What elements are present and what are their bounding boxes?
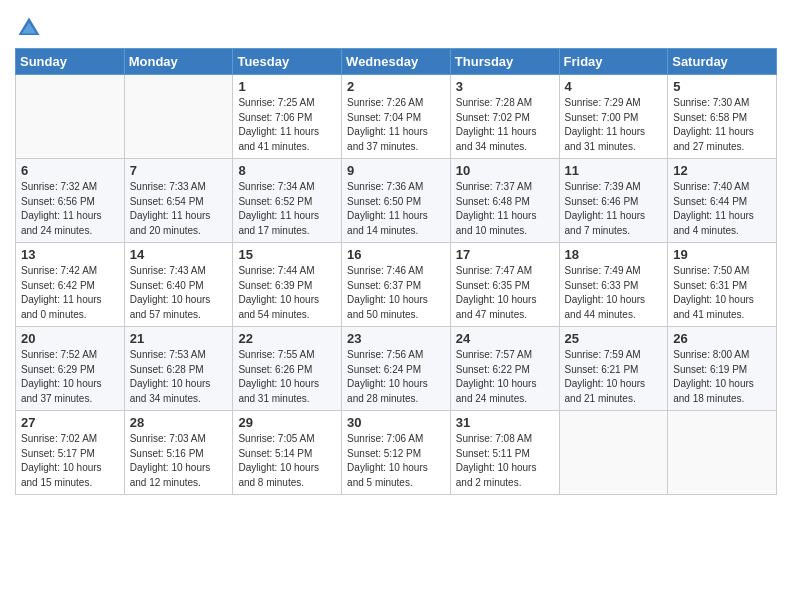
sunrise-text: Sunrise: 7:43 AM	[130, 264, 228, 279]
day-number: 9	[347, 163, 445, 178]
calendar-day-18: 18Sunrise: 7:49 AMSunset: 6:33 PMDayligh…	[559, 243, 668, 327]
day-info: Sunrise: 7:46 AMSunset: 6:37 PMDaylight:…	[347, 264, 445, 322]
sunrise-text: Sunrise: 7:57 AM	[456, 348, 554, 363]
day-number: 15	[238, 247, 336, 262]
sunset-text: Sunset: 5:14 PM	[238, 447, 336, 462]
daylight-text: Daylight: 11 hours and 24 minutes.	[21, 209, 119, 238]
day-info: Sunrise: 7:06 AMSunset: 5:12 PMDaylight:…	[347, 432, 445, 490]
sunset-text: Sunset: 6:58 PM	[673, 111, 771, 126]
daylight-text: Daylight: 10 hours and 15 minutes.	[21, 461, 119, 490]
sunset-text: Sunset: 7:02 PM	[456, 111, 554, 126]
daylight-text: Daylight: 11 hours and 0 minutes.	[21, 293, 119, 322]
day-number: 6	[21, 163, 119, 178]
sunrise-text: Sunrise: 7:02 AM	[21, 432, 119, 447]
day-info: Sunrise: 7:32 AMSunset: 6:56 PMDaylight:…	[21, 180, 119, 238]
sunrise-text: Sunrise: 7:32 AM	[21, 180, 119, 195]
sunset-text: Sunset: 6:52 PM	[238, 195, 336, 210]
day-number: 18	[565, 247, 663, 262]
daylight-text: Daylight: 10 hours and 41 minutes.	[673, 293, 771, 322]
sunset-text: Sunset: 6:33 PM	[565, 279, 663, 294]
daylight-text: Daylight: 10 hours and 57 minutes.	[130, 293, 228, 322]
calendar-day-17: 17Sunrise: 7:47 AMSunset: 6:35 PMDayligh…	[450, 243, 559, 327]
day-info: Sunrise: 7:02 AMSunset: 5:17 PMDaylight:…	[21, 432, 119, 490]
daylight-text: Daylight: 11 hours and 37 minutes.	[347, 125, 445, 154]
day-number: 5	[673, 79, 771, 94]
calendar-day-9: 9Sunrise: 7:36 AMSunset: 6:50 PMDaylight…	[342, 159, 451, 243]
day-number: 27	[21, 415, 119, 430]
calendar-header-monday: Monday	[124, 49, 233, 75]
calendar-header-sunday: Sunday	[16, 49, 125, 75]
day-info: Sunrise: 7:53 AMSunset: 6:28 PMDaylight:…	[130, 348, 228, 406]
daylight-text: Daylight: 10 hours and 21 minutes.	[565, 377, 663, 406]
sunset-text: Sunset: 7:06 PM	[238, 111, 336, 126]
sunrise-text: Sunrise: 7:26 AM	[347, 96, 445, 111]
sunrise-text: Sunrise: 7:42 AM	[21, 264, 119, 279]
calendar-day-30: 30Sunrise: 7:06 AMSunset: 5:12 PMDayligh…	[342, 411, 451, 495]
daylight-text: Daylight: 11 hours and 41 minutes.	[238, 125, 336, 154]
daylight-text: Daylight: 10 hours and 50 minutes.	[347, 293, 445, 322]
sunset-text: Sunset: 6:35 PM	[456, 279, 554, 294]
daylight-text: Daylight: 11 hours and 31 minutes.	[565, 125, 663, 154]
daylight-text: Daylight: 10 hours and 5 minutes.	[347, 461, 445, 490]
daylight-text: Daylight: 11 hours and 27 minutes.	[673, 125, 771, 154]
day-number: 29	[238, 415, 336, 430]
calendar-day-29: 29Sunrise: 7:05 AMSunset: 5:14 PMDayligh…	[233, 411, 342, 495]
day-info: Sunrise: 7:42 AMSunset: 6:42 PMDaylight:…	[21, 264, 119, 322]
sunrise-text: Sunrise: 7:49 AM	[565, 264, 663, 279]
sunset-text: Sunset: 6:31 PM	[673, 279, 771, 294]
daylight-text: Daylight: 10 hours and 12 minutes.	[130, 461, 228, 490]
calendar-week-row: 20Sunrise: 7:52 AMSunset: 6:29 PMDayligh…	[16, 327, 777, 411]
sunset-text: Sunset: 6:26 PM	[238, 363, 336, 378]
calendar-day-7: 7Sunrise: 7:33 AMSunset: 6:54 PMDaylight…	[124, 159, 233, 243]
calendar-day-19: 19Sunrise: 7:50 AMSunset: 6:31 PMDayligh…	[668, 243, 777, 327]
day-info: Sunrise: 8:00 AMSunset: 6:19 PMDaylight:…	[673, 348, 771, 406]
calendar-header-thursday: Thursday	[450, 49, 559, 75]
sunrise-text: Sunrise: 7:50 AM	[673, 264, 771, 279]
sunset-text: Sunset: 6:46 PM	[565, 195, 663, 210]
day-info: Sunrise: 7:55 AMSunset: 6:26 PMDaylight:…	[238, 348, 336, 406]
day-number: 22	[238, 331, 336, 346]
sunset-text: Sunset: 6:19 PM	[673, 363, 771, 378]
day-info: Sunrise: 7:36 AMSunset: 6:50 PMDaylight:…	[347, 180, 445, 238]
daylight-text: Daylight: 10 hours and 47 minutes.	[456, 293, 554, 322]
day-number: 3	[456, 79, 554, 94]
day-number: 10	[456, 163, 554, 178]
calendar-header-tuesday: Tuesday	[233, 49, 342, 75]
day-number: 2	[347, 79, 445, 94]
sunrise-text: Sunrise: 7:06 AM	[347, 432, 445, 447]
day-number: 25	[565, 331, 663, 346]
day-number: 12	[673, 163, 771, 178]
sunset-text: Sunset: 5:17 PM	[21, 447, 119, 462]
calendar-day-4: 4Sunrise: 7:29 AMSunset: 7:00 PMDaylight…	[559, 75, 668, 159]
daylight-text: Daylight: 11 hours and 34 minutes.	[456, 125, 554, 154]
calendar-empty-cell	[668, 411, 777, 495]
calendar-empty-cell	[16, 75, 125, 159]
daylight-text: Daylight: 11 hours and 10 minutes.	[456, 209, 554, 238]
sunrise-text: Sunrise: 7:03 AM	[130, 432, 228, 447]
sunrise-text: Sunrise: 7:53 AM	[130, 348, 228, 363]
daylight-text: Daylight: 11 hours and 17 minutes.	[238, 209, 336, 238]
calendar-empty-cell	[559, 411, 668, 495]
header	[15, 10, 777, 42]
day-info: Sunrise: 7:52 AMSunset: 6:29 PMDaylight:…	[21, 348, 119, 406]
sunrise-text: Sunrise: 7:47 AM	[456, 264, 554, 279]
calendar-day-15: 15Sunrise: 7:44 AMSunset: 6:39 PMDayligh…	[233, 243, 342, 327]
sunrise-text: Sunrise: 7:37 AM	[456, 180, 554, 195]
sunset-text: Sunset: 6:42 PM	[21, 279, 119, 294]
day-info: Sunrise: 7:50 AMSunset: 6:31 PMDaylight:…	[673, 264, 771, 322]
day-info: Sunrise: 7:25 AMSunset: 7:06 PMDaylight:…	[238, 96, 336, 154]
day-info: Sunrise: 7:44 AMSunset: 6:39 PMDaylight:…	[238, 264, 336, 322]
calendar-table: SundayMondayTuesdayWednesdayThursdayFrid…	[15, 48, 777, 495]
daylight-text: Daylight: 11 hours and 20 minutes.	[130, 209, 228, 238]
calendar-day-8: 8Sunrise: 7:34 AMSunset: 6:52 PMDaylight…	[233, 159, 342, 243]
page: SundayMondayTuesdayWednesdayThursdayFrid…	[0, 0, 792, 510]
daylight-text: Daylight: 10 hours and 44 minutes.	[565, 293, 663, 322]
daylight-text: Daylight: 10 hours and 31 minutes.	[238, 377, 336, 406]
sunrise-text: Sunrise: 7:56 AM	[347, 348, 445, 363]
day-info: Sunrise: 7:30 AMSunset: 6:58 PMDaylight:…	[673, 96, 771, 154]
sunrise-text: Sunrise: 7:52 AM	[21, 348, 119, 363]
calendar-day-1: 1Sunrise: 7:25 AMSunset: 7:06 PMDaylight…	[233, 75, 342, 159]
calendar-header-friday: Friday	[559, 49, 668, 75]
sunrise-text: Sunrise: 7:59 AM	[565, 348, 663, 363]
sunrise-text: Sunrise: 7:44 AM	[238, 264, 336, 279]
